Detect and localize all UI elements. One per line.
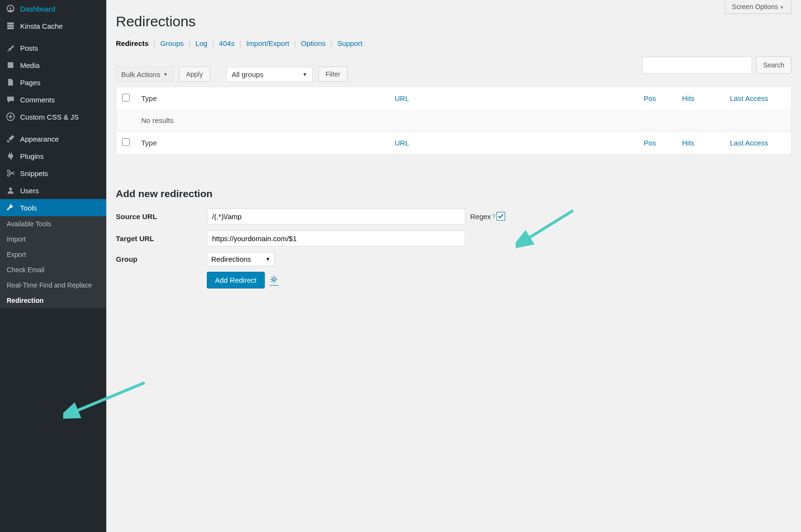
- brush-icon: [6, 134, 15, 144]
- group-row: Group Redirections: [116, 252, 791, 266]
- sidebar-item-label: Media: [20, 61, 40, 69]
- sidebar-item-kinsta-cache[interactable]: Kinsta Cache: [0, 17, 106, 34]
- page-icon: [6, 78, 15, 87]
- col-url[interactable]: URL: [395, 94, 409, 102]
- pin-icon: [6, 43, 15, 53]
- sidebar-item-snippets[interactable]: Snippets: [0, 165, 106, 182]
- sidebar-item-label: Custom CSS & JS: [20, 113, 79, 121]
- plus-circle-icon: [6, 112, 15, 122]
- admin-sidebar: Dashboard Kinsta Cache Posts Media Pages…: [0, 0, 106, 532]
- svg-point-7: [272, 278, 275, 280]
- sidebar-item-custom-css-js[interactable]: Custom CSS & JS: [0, 108, 106, 125]
- gear-icon: [270, 275, 278, 285]
- group-select-label: Group: [116, 255, 207, 263]
- sidebar-item-posts[interactable]: Posts: [0, 39, 106, 56]
- sidebar-item-label: Users: [20, 187, 39, 195]
- tab-options[interactable]: Options: [301, 39, 326, 47]
- comment-icon: [6, 95, 15, 104]
- dashboard-icon: [6, 4, 15, 13]
- user-icon: [6, 186, 15, 195]
- main-content: Screen Options Redirections Redirects | …: [106, 0, 801, 532]
- sidebar-item-comments[interactable]: Comments: [0, 91, 106, 108]
- tab-nav: Redirects | Groups | Log | 404s | Import…: [116, 39, 791, 47]
- select-all-checkbox-bottom[interactable]: [122, 138, 130, 146]
- filter-button[interactable]: Filter: [318, 66, 348, 82]
- col-url-foot[interactable]: URL: [395, 139, 409, 147]
- sidebar-subitem-available-tools[interactable]: Available Tools: [0, 216, 106, 232]
- tab-support[interactable]: Support: [337, 39, 362, 47]
- add-redirection-title: Add new redirection: [116, 188, 791, 200]
- tab-groups[interactable]: Groups: [160, 39, 184, 47]
- regex-help-link[interactable]: ?: [492, 213, 495, 219]
- search-input[interactable]: [642, 56, 752, 74]
- sidebar-item-plugins[interactable]: Plugins: [0, 147, 106, 165]
- sidebar-item-label: Dashboard: [20, 5, 55, 13]
- svg-point-6: [9, 188, 12, 190]
- group-filter-select[interactable]: All groups: [226, 67, 313, 82]
- sidebar-item-label: Posts: [20, 44, 38, 52]
- source-url-input[interactable]: [207, 208, 465, 224]
- page-title: Redirections: [116, 0, 791, 30]
- tab-redirects[interactable]: Redirects: [116, 39, 148, 47]
- col-last-access[interactable]: Last Access: [730, 94, 768, 102]
- advanced-options-toggle[interactable]: [270, 275, 278, 286]
- tab-import-export[interactable]: Import/Export: [246, 39, 289, 47]
- tab-log[interactable]: Log: [195, 39, 207, 47]
- sidebar-item-label: Pages: [20, 78, 41, 87]
- sidebar-item-label: Appearance: [20, 135, 59, 143]
- database-icon: [6, 21, 15, 31]
- col-last-access-foot[interactable]: Last Access: [730, 139, 768, 147]
- regex-label: Regex: [470, 212, 491, 221]
- plug-icon: [6, 151, 15, 161]
- search-button[interactable]: Search: [756, 56, 791, 74]
- tab-404s[interactable]: 404s: [219, 39, 235, 47]
- group-select[interactable]: Redirections: [207, 252, 274, 266]
- add-redirect-button[interactable]: Add Redirect: [207, 272, 265, 288]
- no-results-cell: No results: [135, 110, 791, 132]
- source-url-row: Source URL Regex ?: [116, 208, 791, 224]
- select-all-checkbox-top[interactable]: [122, 94, 130, 101]
- apply-button[interactable]: Apply: [179, 66, 210, 82]
- svg-point-5: [8, 174, 10, 177]
- col-type-foot: Type: [135, 132, 389, 155]
- source-url-label: Source URL: [116, 212, 207, 221]
- target-url-input[interactable]: [207, 230, 465, 246]
- sidebar-subitem-find-replace[interactable]: Real-Time Find and Replace: [0, 277, 106, 293]
- sidebar-item-pages[interactable]: Pages: [0, 74, 106, 91]
- sidebar-item-appearance[interactable]: Appearance: [0, 130, 106, 147]
- submit-row: Add Redirect: [116, 272, 791, 288]
- sidebar-item-users[interactable]: Users: [0, 182, 106, 199]
- search-box: Search: [642, 56, 791, 74]
- col-type: Type: [135, 87, 389, 110]
- sidebar-item-label: Comments: [20, 96, 55, 104]
- svg-rect-1: [7, 25, 14, 27]
- col-pos[interactable]: Pos: [644, 94, 656, 102]
- sidebar-item-label: Tools: [20, 204, 37, 212]
- svg-rect-2: [7, 27, 14, 29]
- target-url-label: Target URL: [116, 234, 207, 243]
- sidebar-item-label: Plugins: [20, 152, 44, 160]
- bulk-actions-select[interactable]: Bulk Actions: [116, 67, 173, 82]
- sidebar-item-tools[interactable]: Tools: [0, 199, 106, 216]
- sidebar-item-label: Kinsta Cache: [20, 22, 63, 30]
- sidebar-item-dashboard[interactable]: Dashboard: [0, 0, 106, 17]
- sidebar-item-label: Snippets: [20, 169, 48, 177]
- redirects-table: Type URL Pos Hits Last Access No results…: [116, 87, 791, 155]
- col-hits[interactable]: Hits: [682, 94, 695, 102]
- screen-options-toggle[interactable]: Screen Options: [725, 0, 791, 14]
- regex-checkbox[interactable]: [496, 212, 505, 221]
- sidebar-subitem-check-email[interactable]: Check Email: [0, 262, 106, 277]
- sidebar-item-media[interactable]: Media: [0, 56, 106, 74]
- wrench-icon: [6, 203, 15, 212]
- scissors-icon: [6, 168, 15, 178]
- target-url-row: Target URL: [116, 230, 791, 246]
- sidebar-subitem-import[interactable]: Import: [0, 232, 106, 247]
- svg-point-4: [8, 170, 10, 173]
- col-pos-foot[interactable]: Pos: [644, 139, 656, 147]
- sidebar-subitem-export[interactable]: Export: [0, 247, 106, 262]
- svg-rect-0: [7, 22, 14, 24]
- sidebar-subitem-redirection[interactable]: Redirection: [0, 293, 106, 308]
- media-icon: [6, 60, 15, 70]
- col-hits-foot[interactable]: Hits: [682, 139, 695, 147]
